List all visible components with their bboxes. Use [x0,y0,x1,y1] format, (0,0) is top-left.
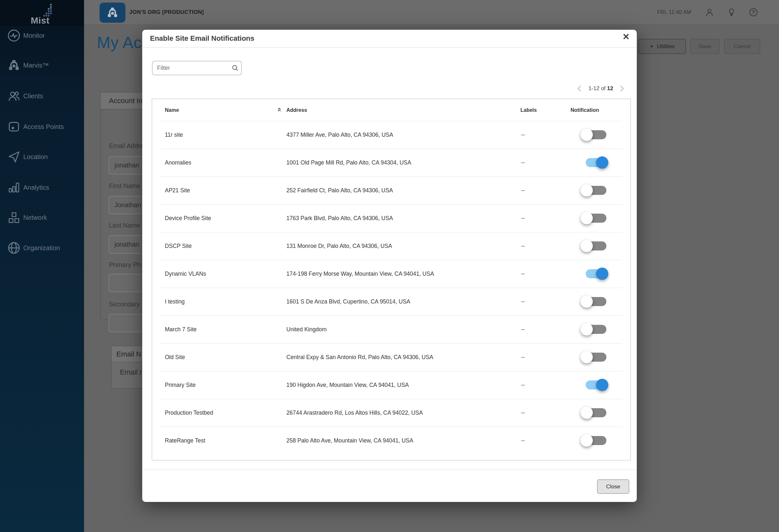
header-datetime: FRI, 11:40 AM [657,9,691,15]
column-header-name[interactable]: Name [165,99,179,121]
site-name: Primary Site [165,371,195,399]
mist-logo: Mist [31,15,50,26]
notification-toggle[interactable] [586,186,606,195]
close-icon[interactable]: ✕ [622,33,630,41]
notification-toggle[interactable] [586,130,606,139]
sidebar: Mist Monitor Marvis™ Clients Access Poin… [0,0,84,532]
toggle-knob [581,295,593,308]
notification-toggle[interactable] [586,408,606,417]
table-row: March 7 Site United Kingdom -- [152,315,630,343]
app-screen: Mist Monitor Marvis™ Clients Access Poin… [0,0,779,532]
sidebar-item-location[interactable]: Location [0,149,84,165]
sidebar-item-clients[interactable]: Clients [0,88,84,104]
site-name: I testing [165,288,185,315]
site-labels: -- [521,176,525,204]
icon-marvis [7,58,21,72]
search-icon [231,64,239,72]
email-panel-title: Email N [116,350,141,358]
site-labels: -- [521,149,525,176]
site-name: Production Testbed [165,399,213,427]
field-label: First Name [109,182,140,190]
site-name: RateRange Test [165,427,205,455]
table-row: DSCP Site 131 Monroe Dr, Palo Alto, CA 9… [152,232,630,260]
site-name: March 7 Site [165,315,196,343]
sidebar-item-organization[interactable]: Organization [0,240,84,256]
site-name: Anomalies [165,149,191,176]
pagination: 1-12 of 12 [575,84,626,93]
pagination-range: 1-12 of 12 [588,85,613,92]
filter-field-wrap [152,61,242,75]
cancel-button[interactable]: Cancel [724,39,760,54]
notification-toggle[interactable] [586,269,606,278]
column-header-address[interactable]: Address [286,99,307,121]
sidebar-item-access-points[interactable]: Access Points [0,119,84,134]
caret-down-icon: ▼ [650,44,654,49]
sites-table: Name Address Labels Notification 11r sit… [152,99,631,461]
site-labels: -- [521,204,525,232]
icon-monitor [7,28,21,43]
table-row: Dynamic VLANs 174-198 Ferry Morse Way, M… [152,260,630,288]
site-labels: -- [521,121,525,149]
toggle-knob [581,240,593,252]
site-address: 4377 Miller Ave, Palo Alto, CA 94306, US… [286,121,393,149]
notification-toggle[interactable] [586,325,606,334]
site-name: Device Profile Site [165,204,211,232]
site-name: Dynamic VLANs [165,260,206,288]
sidebar-item-monitor[interactable]: Monitor [0,28,84,43]
toggle-knob [596,157,608,169]
toggle-knob [581,184,593,196]
close-button[interactable]: Close [597,479,630,494]
notification-toggle[interactable] [586,158,606,167]
table-row: Anomalies 1001 Old Page Mill Rd, Palo Al… [152,149,630,176]
table-row: Production Testbed 26744 Arastradero Rd,… [152,399,630,427]
site-address: 1601 S De Anza Blvd, Cupertino, CA 95014… [286,288,410,315]
column-header-labels[interactable]: Labels [521,99,537,121]
utilities-label: Utilities [657,43,675,50]
site-address: 1001 Old Page Mill Rd, Palo Alto, CA 943… [286,149,411,176]
whats-new-bulb-icon[interactable] [727,7,736,17]
help-icon[interactable] [748,7,758,17]
site-address: 190 Higdon Ave, Mountain View, CA 94041,… [286,371,409,399]
site-name: Old Site [165,343,185,371]
notification-toggle[interactable] [586,436,606,445]
top-header: JON'S ORG [PRODUCTION] FRI, 11:40 AM [84,0,779,25]
site-labels: -- [521,232,525,260]
modal-footer-divider [142,470,637,470]
table-row: Device Profile Site 1763 Park Blvd, Palo… [152,204,630,232]
save-button[interactable]: Save [690,39,720,54]
user-account-icon[interactable] [705,7,714,17]
site-labels: -- [521,371,525,399]
notification-toggle[interactable] [586,241,606,250]
sidebar-item-marvis[interactable]: Marvis™ [0,58,84,73]
notification-toggle[interactable] [586,353,606,362]
site-address: 258 Palo Alto Ave, Mountain View, CA 940… [286,427,413,455]
pagination-prev-icon[interactable] [575,84,584,93]
table-row: RateRange Test 258 Palo Alto Ave, Mounta… [152,427,630,455]
logo-block: Mist [0,0,84,26]
icon-network [7,211,21,225]
table-rows: 11r site 4377 Miller Ave, Palo Alto, CA … [152,121,630,455]
sidebar-item-analytics[interactable]: Analytics [0,180,84,195]
utilities-button[interactable]: ▼ Utilities [639,39,686,54]
org-name: JON'S ORG [PRODUCTION] [129,0,204,24]
table-row: I testing 1601 S De Anza Blvd, Cupertino… [152,288,630,315]
column-header-notification[interactable]: Notification [571,99,599,121]
mist-logo-dots-icon [43,4,54,17]
site-address: 252 Fairfield Ct, Palo Alto, CA 94306, U… [286,176,393,204]
pagination-next-icon[interactable] [618,84,626,93]
icon-analytics [7,180,21,194]
site-labels: -- [521,343,525,371]
enable-site-email-notifications-modal: Enable Site Email Notifications ✕ 1-12 o… [142,30,637,502]
notification-toggle[interactable] [586,380,606,390]
filter-input[interactable] [152,61,242,75]
notification-toggle[interactable] [586,214,606,223]
table-row: Primary Site 190 Higdon Ave, Mountain Vi… [152,371,630,399]
notification-toggle[interactable] [586,297,606,306]
table-row: AP21 Site 252 Fairfield Ct, Palo Alto, C… [152,176,630,204]
site-labels: -- [521,288,525,315]
sidebar-item-network[interactable]: Network [0,210,84,225]
org-badge[interactable] [100,3,125,22]
site-address: 174-198 Ferry Morse Way, Mountain View, … [286,260,434,288]
sort-ascending-icon[interactable] [276,106,283,114]
site-labels: -- [521,260,525,288]
